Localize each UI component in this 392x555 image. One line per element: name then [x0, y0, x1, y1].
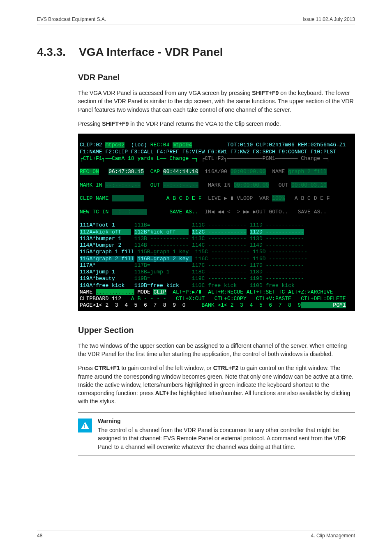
vdr-panel-heading: VDR Panel	[78, 73, 355, 82]
warning-body: The control of a channel from the VDR Pa…	[98, 427, 346, 450]
upper-section-p2: Press CTRL+F1 to gain control of the lef…	[78, 364, 355, 405]
page-number: 48	[37, 533, 42, 539]
header-left: EVS Broadcast Equipment S.A.	[37, 16, 106, 22]
terminal-screenshot: CLIP:02 mtpc02 (Loc) REC:04 mtpc04 TOT:0…	[78, 134, 355, 311]
section-title: VGA Interface - VDR Panel	[79, 46, 223, 59]
section-heading: 4.3.3. VGA Interface - VDR Panel	[37, 46, 355, 59]
footer-chapter: 4. Clip Management	[311, 533, 355, 539]
warning-text: Warning The control of a channel from th…	[98, 417, 353, 451]
vdr-panel-intro-1: The VGA VDR Panel is accessed from any V…	[78, 89, 355, 114]
warning-heading: Warning	[98, 417, 353, 425]
header-right: Issue 11.02.A July 2013	[303, 16, 355, 22]
upper-section-p1: The two windows of the upper section can…	[78, 342, 355, 358]
upper-section-heading: Upper Section	[78, 326, 355, 335]
vdr-panel-intro-2: Pressing SHIFT+F9 in the VDR Panel retur…	[78, 120, 355, 128]
warning-box: Warning The control of a channel from th…	[78, 412, 355, 456]
section-number: 4.3.3.	[37, 46, 66, 59]
warning-icon	[78, 419, 92, 432]
header-rule	[37, 25, 355, 25]
